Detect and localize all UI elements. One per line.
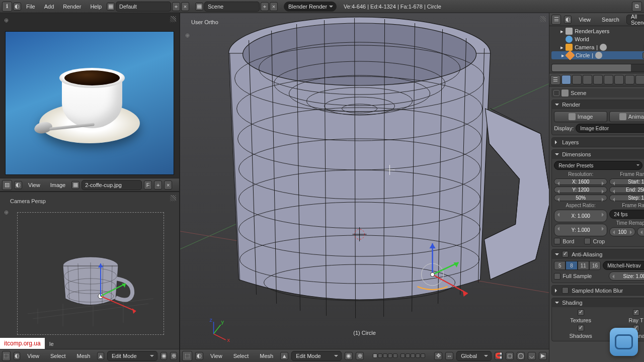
- image-editor-menu-image[interactable]: Image: [46, 179, 70, 191]
- aa-panel-header[interactable]: Anti-Aliasing: [552, 249, 644, 259]
- snap-icon[interactable]: 🧲: [495, 352, 503, 360]
- crop-checkbox[interactable]: [584, 238, 591, 244]
- aa-enable-checkbox[interactable]: [562, 251, 569, 257]
- expand-menus-icon[interactable]: ◐: [14, 352, 21, 360]
- render-panel-header[interactable]: Render: [552, 100, 644, 109]
- mode-icon[interactable]: ▲: [97, 352, 104, 360]
- snap-element-icon[interactable]: ▢: [506, 352, 514, 360]
- motion-blur-checkbox[interactable]: [562, 287, 569, 294]
- 3d-viewport[interactable]: User Ortho ⊕: [180, 13, 549, 349]
- interaction-mode-dropdown[interactable]: Edit Mode: [107, 351, 157, 361]
- interaction-mode-dropdown[interactable]: Edit Mode: [291, 351, 342, 361]
- outliner-menu-view[interactable]: View: [575, 14, 595, 26]
- manipulator-toggle-icon[interactable]: ✥: [434, 352, 442, 360]
- menu-render[interactable]: Render: [59, 1, 85, 13]
- resolution-x-field[interactable]: X: 1600: [554, 178, 607, 185]
- render-presets-dropdown[interactable]: Render Presets: [554, 161, 642, 170]
- viewport-shading-icon[interactable]: ◉: [345, 352, 353, 360]
- aspect-y-field[interactable]: Y: 1.000: [554, 224, 607, 236]
- add-scene-button[interactable]: +: [261, 2, 269, 11]
- chat-widget-icon[interactable]: [610, 328, 638, 356]
- viewport-menu-select[interactable]: Select: [229, 350, 253, 362]
- panel-corner-icon[interactable]: ⊕: [4, 209, 9, 216]
- scene-name-field[interactable]: Scene: [204, 2, 260, 12]
- viewport-menu-select[interactable]: Select: [46, 350, 70, 362]
- viewport-menu-view[interactable]: View: [206, 350, 226, 362]
- render-animation-button[interactable]: Animation: [609, 111, 644, 122]
- tree-row-renderlayers[interactable]: ▸ RenderLayers |: [551, 27, 644, 35]
- screen-layout-browse-icon[interactable]: ▦: [107, 3, 115, 11]
- resolution-percentage-field[interactable]: 50%: [554, 195, 607, 201]
- textures-checkbox[interactable]: [578, 309, 584, 316]
- pivot-point-icon[interactable]: ⊕: [356, 352, 364, 360]
- image-pin-button[interactable]: F: [144, 180, 152, 190]
- menu-add[interactable]: Add: [40, 1, 58, 13]
- proportional-edit-icon[interactable]: ◯: [517, 352, 525, 360]
- editor-type-icon[interactable]: ℹ: [2, 2, 12, 12]
- scene-browse-icon[interactable]: ▦: [195, 3, 203, 11]
- frame-end-field[interactable]: End: 250: [609, 187, 644, 193]
- pixel-filter-size-field[interactable]: Size: 1.000: [609, 272, 644, 281]
- resolution-y-field[interactable]: Y: 1200: [554, 187, 607, 193]
- tab-world-icon[interactable]: [583, 75, 592, 84]
- split-area-handle[interactable]: [170, 195, 176, 201]
- image-editor-menu-view[interactable]: View: [24, 179, 44, 191]
- tab-render-icon[interactable]: [561, 75, 571, 84]
- tab-object-icon[interactable]: [593, 75, 603, 84]
- render-preview-icon[interactable]: ▶: [539, 352, 547, 360]
- aa-sample-16[interactable]: 16: [589, 261, 601, 270]
- outliner-menu-search[interactable]: Search: [598, 14, 623, 26]
- frame-rate-dropdown[interactable]: 24 fps: [609, 210, 644, 219]
- tab-constraints-icon[interactable]: [604, 75, 613, 84]
- proportional-falloff-icon[interactable]: ◡: [528, 352, 536, 360]
- delete-scene-button[interactable]: ×: [270, 2, 278, 11]
- outliner-scrollbar[interactable]: [551, 64, 644, 72]
- tree-row-circle[interactable]: ▸ Circle |: [551, 51, 644, 59]
- back-to-previous-icon[interactable]: ⧉: [632, 2, 642, 12]
- screen-layout-field[interactable]: Default: [116, 2, 171, 12]
- aa-sample-11[interactable]: 11: [578, 261, 589, 270]
- tab-material-icon[interactable]: [635, 75, 644, 84]
- pivot-icon[interactable]: ⊕: [170, 352, 177, 360]
- panel-corner-icon[interactable]: ⊕: [4, 17, 9, 24]
- menu-help[interactable]: Help: [86, 1, 106, 13]
- expand-menus-icon[interactable]: ◐: [564, 16, 572, 24]
- full-sample-checkbox[interactable]: [554, 273, 560, 280]
- tree-row-world[interactable]: World: [551, 35, 644, 43]
- aa-sample-8[interactable]: 8: [566, 261, 577, 270]
- outliner-display-dropdown[interactable]: All Scenes: [626, 15, 644, 25]
- aa-sample-5[interactable]: 5: [554, 261, 566, 270]
- tab-data-icon[interactable]: [625, 75, 634, 84]
- editor-type-icon[interactable]: ☰: [551, 15, 561, 25]
- menu-file[interactable]: File: [22, 1, 39, 13]
- time-remap-new-field[interactable]: 100: [637, 227, 644, 236]
- frame-start-field[interactable]: Start: 1: [609, 178, 644, 185]
- outliner-tree[interactable]: ▸ RenderLayers | World ▸ Camera | ▸ Circ…: [549, 26, 644, 63]
- dimensions-panel-header[interactable]: Dimensions: [552, 150, 644, 159]
- frame-step-field[interactable]: Step: 1: [609, 195, 644, 201]
- editor-type-icon[interactable]: ⬚: [2, 351, 11, 361]
- aa-filter-dropdown[interactable]: Mitchell-Netrav: [603, 261, 644, 270]
- shading-panel-header[interactable]: Shading: [552, 298, 644, 307]
- layers-panel-header[interactable]: Layers: [552, 138, 644, 147]
- shading-icon[interactable]: ◉: [160, 352, 168, 360]
- pin-icon[interactable]: [553, 90, 559, 96]
- border-checkbox[interactable]: [554, 238, 560, 244]
- tab-modifiers-icon[interactable]: [614, 75, 624, 84]
- translate-manipulator-icon[interactable]: ↔: [445, 352, 453, 360]
- mode-icon[interactable]: ▲: [280, 352, 288, 360]
- shadows-checkbox[interactable]: [578, 325, 584, 331]
- editor-type-icon[interactable]: ☰: [550, 75, 560, 85]
- viewport-menu-view[interactable]: View: [23, 350, 43, 362]
- layer-buttons[interactable]: [373, 353, 425, 358]
- tab-scene-icon[interactable]: [572, 75, 582, 84]
- time-remap-old-field[interactable]: 100: [609, 227, 635, 236]
- ray-tracing-checkbox[interactable]: [633, 309, 639, 316]
- aspect-x-field[interactable]: X: 1.000: [554, 210, 607, 222]
- image-filename-field[interactable]: 2-coffe-cup.jpg: [82, 180, 142, 190]
- editor-type-icon[interactable]: ⬚: [182, 351, 192, 361]
- render-engine-dropdown[interactable]: Blender Render: [284, 2, 337, 12]
- expand-menus-icon[interactable]: ◐: [195, 352, 203, 360]
- delete-layout-button[interactable]: ×: [181, 2, 189, 11]
- viewport-menu-mesh[interactable]: Mesh: [256, 350, 277, 362]
